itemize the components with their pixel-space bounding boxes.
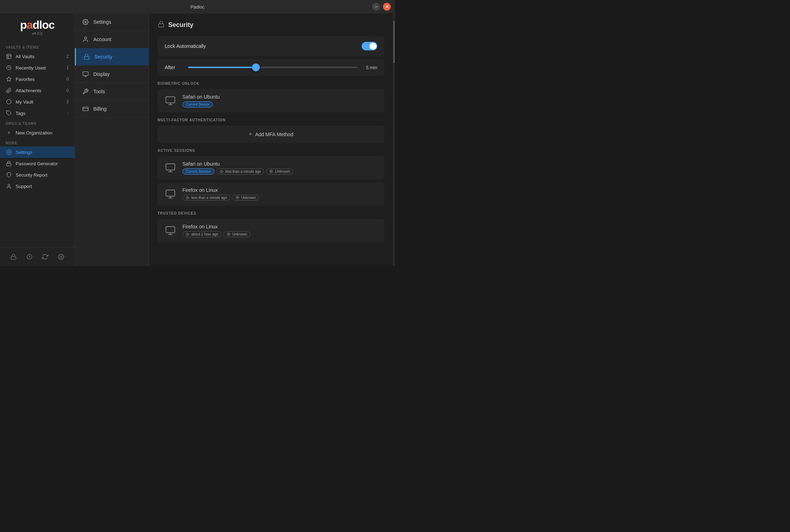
- menu-item-display[interactable]: Display: [75, 66, 149, 83]
- new-org-icon: +: [6, 129, 12, 136]
- close-button[interactable]: ✕: [383, 3, 391, 11]
- favorites-icon: [6, 76, 12, 82]
- attachments-label: Attachments: [16, 88, 63, 93]
- sidebar-item-my-vault[interactable]: My Vault 2: [0, 96, 75, 107]
- sidebar-item-settings[interactable]: Settings: [0, 146, 75, 158]
- svg-rect-18: [159, 24, 164, 27]
- trusted-device-name-0: Firefox on Linux: [182, 224, 378, 229]
- lock-auto-label: Lock Automatically: [165, 43, 362, 49]
- after-slider[interactable]: [188, 67, 357, 68]
- add-mfa-button[interactable]: + Add MFA Method: [158, 126, 384, 143]
- menu-item-tools[interactable]: Tools: [75, 83, 149, 100]
- tags-icon: [6, 110, 12, 116]
- trusted-device-card-0: Firefox on Linux about 1 hour ago Unknow…: [158, 219, 384, 242]
- recently-used-label: Recently Used: [16, 65, 63, 71]
- svg-point-4: [8, 151, 10, 153]
- content-panel: Security Lock Automatically After 5 min …: [149, 13, 393, 266]
- sidebar-item-all-vaults[interactable]: All Vaults 2: [0, 51, 75, 62]
- active-sessions-section-label: ACTIVE SESSIONS: [158, 149, 384, 153]
- menu-item-settings[interactable]: Settings: [75, 13, 149, 31]
- session-card-1: Firefox on Linux less than a minute ago …: [158, 182, 384, 206]
- menu-account-label: Account: [93, 37, 111, 42]
- sidebar-item-password-generator[interactable]: Password Generator: [0, 158, 75, 169]
- svg-rect-7: [11, 256, 16, 259]
- recently-used-count: 1: [66, 65, 69, 70]
- session-name-1: Firefox on Linux: [182, 187, 378, 193]
- vaults-section-label: VAULTS & ITEMS: [0, 43, 75, 51]
- trusted-device-time-tag-0: about 1 hour ago: [182, 231, 221, 237]
- svg-point-9: [60, 256, 62, 258]
- content-lock-icon: [158, 21, 165, 29]
- menu-settings-icon: [82, 18, 89, 26]
- sidebar-item-support[interactable]: Support: [0, 181, 75, 192]
- biometric-device-tags: Current Device: [182, 101, 378, 107]
- tags-chevron-icon: ›: [67, 111, 69, 115]
- scroll-track[interactable]: [393, 13, 395, 266]
- trusted-device-tags-0: about 1 hour ago Unknown: [182, 231, 378, 237]
- svg-rect-13: [83, 72, 88, 76]
- security-report-icon: [6, 172, 12, 178]
- sidebar-item-favorites[interactable]: Favorites 0: [0, 73, 75, 85]
- scroll-thumb[interactable]: [393, 21, 395, 63]
- sidebar-item-attachments[interactable]: Attachments 0: [0, 85, 75, 96]
- settings-label: Settings: [16, 150, 69, 155]
- svg-point-6: [8, 184, 10, 186]
- content-title: Security: [168, 21, 193, 29]
- sidebar-item-tags[interactable]: Tags ›: [0, 107, 75, 119]
- menu-item-billing[interactable]: Billing: [75, 100, 149, 118]
- menu-tools-label: Tools: [93, 89, 105, 94]
- session-info-0: Safari on Ubuntu Current Session less th…: [182, 161, 378, 174]
- session-time-tag-0: less than a minute ago: [216, 168, 264, 174]
- sidebar-item-recently-used[interactable]: Recently Used 1: [0, 62, 75, 73]
- svg-rect-5: [7, 163, 11, 166]
- sidebar-item-new-org[interactable]: + New Organization: [0, 127, 75, 138]
- sidebar-item-security-report[interactable]: Security Report: [0, 169, 75, 181]
- menu-item-security[interactable]: Security: [75, 48, 149, 66]
- password-generator-label: Password Generator: [16, 161, 69, 166]
- window-controls: − ✕: [372, 3, 391, 11]
- session-name-0: Safari on Ubuntu: [182, 161, 378, 167]
- attachments-icon: [6, 87, 12, 94]
- menu-billing-icon: [82, 105, 89, 112]
- session-tags-0: Current Session less than a minute ago U…: [182, 168, 378, 174]
- trusted-device-info-0: Firefox on Linux about 1 hour ago Unknow…: [182, 224, 378, 237]
- all-vaults-icon: [6, 53, 12, 60]
- svg-point-10: [85, 21, 87, 23]
- lock-auto-toggle[interactable]: [362, 42, 377, 50]
- recently-used-icon: [6, 65, 12, 71]
- security-report-label: Security Report: [16, 172, 69, 178]
- slider-thumb[interactable]: [252, 63, 260, 71]
- settings-icon: [6, 149, 12, 155]
- session-info-1: Firefox on Linux less than a minute ago …: [182, 187, 378, 201]
- svg-point-26: [271, 171, 272, 172]
- svg-point-36: [228, 233, 229, 234]
- svg-rect-19: [166, 97, 175, 103]
- sync-bottom-icon[interactable]: [40, 252, 50, 262]
- app-title: Padloc: [191, 4, 205, 10]
- my-vault-icon: [6, 99, 12, 105]
- after-slider-row: After 5 min: [158, 59, 384, 76]
- session-device-icon-0: [164, 161, 177, 174]
- logo: padloc: [20, 19, 54, 31]
- lock-bottom-icon[interactable]: [9, 252, 18, 262]
- favorites-label: Favorites: [16, 77, 63, 82]
- spinner-bottom-icon[interactable]: [24, 252, 34, 262]
- menu-item-account[interactable]: Account: [75, 31, 149, 48]
- svg-point-31: [237, 197, 238, 198]
- svg-rect-22: [166, 164, 175, 170]
- toggle-knob: [369, 43, 377, 50]
- trusted-device-location-tag-0: Unknown: [224, 231, 251, 237]
- after-value: 5 min: [363, 65, 377, 70]
- menu-account-icon: [82, 36, 89, 43]
- current-session-tag-0: Current Session: [182, 168, 214, 174]
- add-mfa-icon: +: [249, 131, 253, 138]
- biometric-device-name: Safari on Ubuntu: [182, 94, 378, 100]
- minimize-button[interactable]: −: [372, 3, 380, 11]
- svg-rect-16: [83, 107, 88, 111]
- gear-bottom-icon[interactable]: [56, 252, 66, 262]
- all-vaults-label: All Vaults: [16, 54, 63, 59]
- session-card-0: Safari on Ubuntu Current Session less th…: [158, 156, 384, 179]
- menu-display-icon: [82, 71, 89, 78]
- content-header: Security: [158, 21, 384, 29]
- more-section-label: MORE: [0, 138, 75, 146]
